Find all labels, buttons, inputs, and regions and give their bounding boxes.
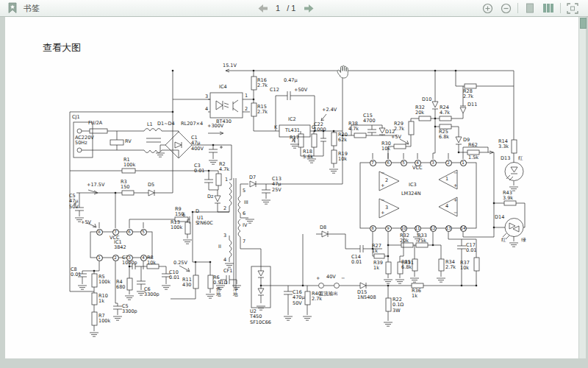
single-page-view-button[interactable] (523, 1, 537, 15)
next-page-button[interactable] (302, 1, 315, 15)
toolbar: 书签 1 / 1 (0, 0, 588, 17)
scrollbar-thumb[interactable] (580, 18, 587, 29)
pdf-viewer-window: 书签 1 / 1 (0, 0, 588, 368)
zoom-in-button[interactable] (481, 1, 494, 15)
two-page-view-button[interactable] (542, 1, 555, 15)
zoom-out-button[interactable] (499, 1, 512, 15)
fit-page-button[interactable] (566, 1, 579, 15)
bookmark-panel-label[interactable]: 书签 (24, 3, 40, 14)
page-number-total: / 1 (287, 4, 295, 13)
page-number-current[interactable]: 1 (276, 4, 280, 13)
vertical-scrollbar[interactable] (579, 17, 586, 358)
bookmark-icon[interactable] (6, 1, 19, 15)
toolbar-separator (560, 3, 561, 13)
document-page[interactable] (5, 17, 578, 358)
previous-page-button[interactable] (256, 1, 269, 15)
toolbar-separator (517, 3, 518, 13)
view-large-image-link[interactable]: 查看大图 (43, 41, 81, 54)
